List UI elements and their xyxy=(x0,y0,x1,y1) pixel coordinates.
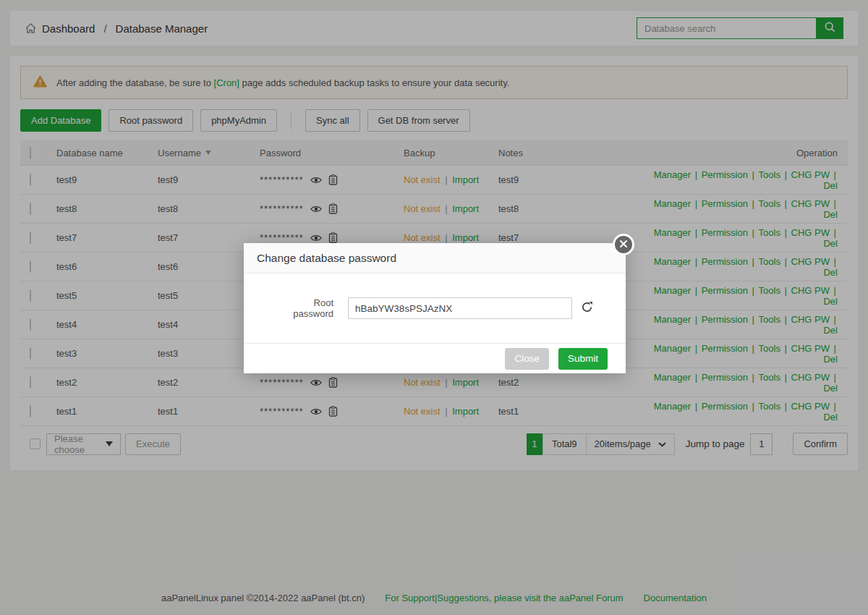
root-password-input[interactable] xyxy=(348,297,572,319)
modal-title: Change database password xyxy=(257,252,396,265)
root-password-label: Root password xyxy=(271,297,333,319)
regenerate-password-button[interactable] xyxy=(581,301,593,316)
modal-body: Root password xyxy=(244,273,626,343)
close-icon xyxy=(619,238,628,251)
modal-close-action-button[interactable]: Close xyxy=(505,348,549,370)
modal-submit-button[interactable]: Submit xyxy=(558,348,608,370)
modal-close-button[interactable] xyxy=(613,234,634,255)
refresh-icon xyxy=(581,301,593,316)
modal-header: Change database password xyxy=(244,243,626,273)
change-password-modal: Change database password Root password C… xyxy=(244,243,626,373)
modal-footer: Close Submit xyxy=(244,343,626,373)
